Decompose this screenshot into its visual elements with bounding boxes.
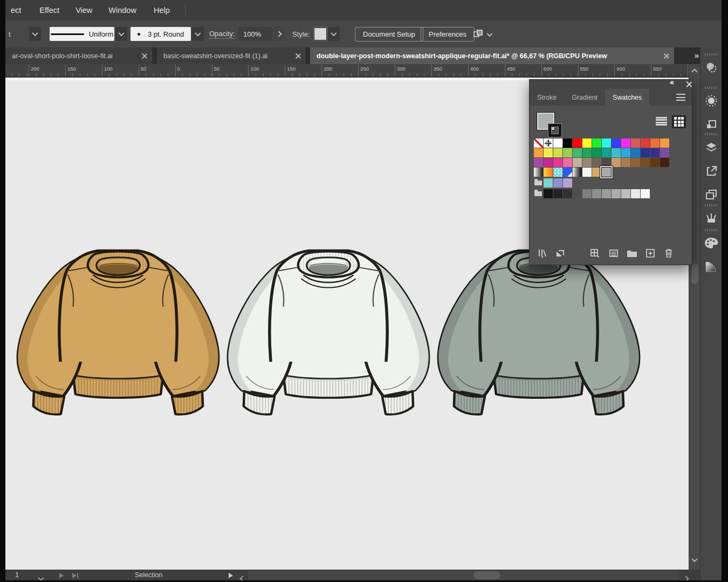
swatch-color[interactable] xyxy=(631,138,640,148)
swatch-color[interactable] xyxy=(612,148,621,157)
swatch-gradient[interactable] xyxy=(573,168,582,177)
library-import-icon[interactable] xyxy=(554,247,566,259)
swatch-color[interactable] xyxy=(553,148,562,157)
swatch-color[interactable] xyxy=(631,158,640,167)
libraries-icon[interactable] xyxy=(537,247,548,259)
menu-item-help[interactable]: Help xyxy=(153,6,171,15)
swatch-color[interactable] xyxy=(582,168,592,177)
swatch-color[interactable] xyxy=(553,138,562,148)
swatch-color[interactable] xyxy=(592,138,601,148)
tab-overflow-icon[interactable]: » xyxy=(695,51,698,60)
swatch-color[interactable] xyxy=(612,189,621,198)
brush-select[interactable]: 3 pt. Round xyxy=(131,27,191,41)
stroke-weight-dropdown[interactable] xyxy=(29,27,41,41)
swatch-color[interactable] xyxy=(592,168,601,177)
color-group-folder-icon[interactable] xyxy=(534,178,543,188)
last-artboard-icon[interactable] xyxy=(72,573,77,578)
tab-close-icon[interactable] xyxy=(664,53,669,58)
menu-item-view[interactable]: View xyxy=(74,6,93,15)
tab-close-icon[interactable] xyxy=(142,53,147,58)
swatches-panel-header[interactable] xyxy=(530,80,692,89)
swatch-color[interactable] xyxy=(631,189,640,198)
swatch-color[interactable] xyxy=(631,148,640,157)
width-profile-dropdown[interactable] xyxy=(115,27,127,41)
document-tab-1[interactable]: ar-oval-short-polo-shirt-loose-fit.ai xyxy=(5,47,152,64)
swatch-color[interactable] xyxy=(534,148,543,157)
panel-collapse-icon[interactable] xyxy=(671,81,675,84)
swatch-color[interactable] xyxy=(563,158,572,167)
swatch-color[interactable] xyxy=(641,158,650,167)
swatch-color[interactable] xyxy=(544,189,553,198)
artboard-number[interactable]: 1 xyxy=(15,571,19,579)
layers-panel-icon[interactable] xyxy=(700,135,722,159)
color-group-folder-icon[interactable] xyxy=(534,189,543,198)
fill-stroke-proxy[interactable] xyxy=(537,112,567,142)
swatch-color[interactable] xyxy=(602,148,611,157)
swatch-color[interactable] xyxy=(641,138,650,148)
swatch-color[interactable] xyxy=(544,178,553,188)
swatch-color[interactable] xyxy=(544,158,553,167)
swatch-color[interactable] xyxy=(650,138,660,148)
swatch-color[interactable] xyxy=(563,148,572,157)
swatch-color[interactable] xyxy=(563,189,572,198)
swatch-color[interactable] xyxy=(534,158,543,167)
swatch-pattern[interactable] xyxy=(553,168,562,177)
grid-view-toggle-icon[interactable] xyxy=(672,115,686,128)
sweatshirt-white[interactable] xyxy=(217,237,439,423)
swatch-color[interactable] xyxy=(621,138,630,148)
swatch-color[interactable] xyxy=(573,158,582,167)
swatch-color[interactable] xyxy=(553,158,562,167)
export-panel-icon[interactable] xyxy=(700,159,722,183)
swatch-pattern[interactable] xyxy=(563,168,572,177)
menu-item-ect[interactable]: ect xyxy=(10,6,22,15)
swatch-color[interactable] xyxy=(660,138,669,148)
swatch-color[interactable] xyxy=(621,189,630,198)
swatch-color[interactable] xyxy=(592,158,601,167)
panel-tab-stroke[interactable]: Stroke xyxy=(530,89,564,106)
swatch-color[interactable] xyxy=(573,138,582,148)
swatch-color[interactable] xyxy=(573,148,582,157)
width-profile-select[interactable]: Uniform xyxy=(50,27,114,41)
stroke-weight-value[interactable]: t xyxy=(9,30,11,38)
next-artboard-icon[interactable] xyxy=(59,573,64,578)
list-view-toggle-icon[interactable] xyxy=(655,115,668,127)
swatch-kinds-icon[interactable] xyxy=(589,247,601,259)
swatch-color[interactable] xyxy=(582,189,592,198)
swatch-color[interactable] xyxy=(592,148,601,157)
swatch-color[interactable] xyxy=(582,148,592,157)
arrange-documents-dropdown[interactable] xyxy=(486,31,492,37)
swatch-gradient[interactable] xyxy=(544,168,553,177)
swatch-color[interactable] xyxy=(573,189,582,198)
style-swatch[interactable] xyxy=(314,27,327,40)
status-menu-arrow-icon[interactable] xyxy=(229,573,233,578)
color-guide-panel-icon[interactable] xyxy=(700,89,722,113)
horizontal-scroll-thumb[interactable] xyxy=(473,571,500,579)
swatch-color[interactable] xyxy=(621,148,630,157)
color-palette-panel-icon[interactable] xyxy=(700,231,722,255)
swatch-color[interactable] xyxy=(563,138,572,148)
swatch-color[interactable] xyxy=(641,189,650,198)
panel-menu-icon[interactable] xyxy=(676,94,685,101)
swatch-color[interactable] xyxy=(602,189,611,198)
swatch-color[interactable] xyxy=(544,148,553,157)
swatch-registration[interactable] xyxy=(544,138,553,148)
swatch-selected[interactable] xyxy=(602,168,611,177)
stroke-proxy-swatch[interactable] xyxy=(548,124,561,137)
opacity-expand-arrow[interactable] xyxy=(273,27,284,41)
opacity-input[interactable]: 100% xyxy=(238,27,273,41)
document-tab-2[interactable]: basic-sweatshirt-oversized-fit (1).ai xyxy=(157,47,306,64)
style-dropdown[interactable] xyxy=(328,27,340,41)
swatch-color[interactable] xyxy=(621,158,630,167)
swatch-color[interactable] xyxy=(650,148,660,157)
new-swatch-icon[interactable] xyxy=(644,247,656,259)
swatch-color[interactable] xyxy=(660,148,669,157)
swatch-color[interactable] xyxy=(592,189,601,198)
gradient-tool-panel-icon[interactable] xyxy=(700,255,722,279)
swatch-color[interactable] xyxy=(612,158,621,167)
swatch-gradient[interactable] xyxy=(534,168,543,177)
swatch-color[interactable] xyxy=(553,178,562,188)
swatch-color[interactable] xyxy=(563,178,572,188)
sweatshirt-tan[interactable] xyxy=(7,237,229,423)
horizontal-scrollbar[interactable] xyxy=(248,571,679,580)
panel-tab-gradient[interactable]: Gradient xyxy=(564,89,605,106)
